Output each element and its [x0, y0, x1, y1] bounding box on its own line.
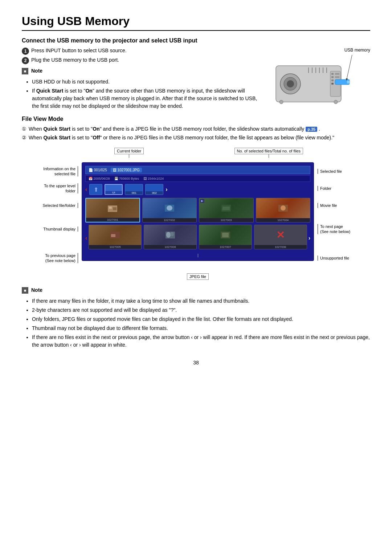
unsupported-file-label: Unsupported file [318, 256, 349, 261]
projector-illustration [269, 48, 363, 111]
svg-point-34 [166, 232, 171, 238]
thumb-img-1027008: ✕ [254, 225, 307, 245]
thumb-label-1027005: 1027005 [89, 245, 141, 249]
thumb-1027001: 1027001 [85, 198, 140, 223]
svg-point-3 [287, 80, 294, 87]
thumbnail-row-2: 1027005 1027006 [89, 225, 307, 249]
note-bottom-5: If there are no files exist in the next … [32, 334, 370, 349]
right-labels-col: Selected file Folder Movie file To next … [314, 162, 370, 273]
note-top-item-2: If Quick Start is set to "On" and the so… [32, 87, 261, 110]
fv-item2-text: When Quick Start is set to "Off" or ther… [29, 135, 334, 140]
p35-badge: p.35 [306, 127, 317, 132]
next-arrow-folders[interactable]: › [166, 186, 167, 193]
thumb-img-1027001 [86, 199, 139, 218]
thumbnail-display-label: Thumbnail display [43, 227, 78, 232]
no-files-label: No. of selected files/Total no. of files [234, 148, 303, 154]
svg-rect-32 [111, 234, 115, 237]
diagram-inner: Information on theselected file To the u… [22, 162, 370, 273]
bold-on: On [85, 88, 92, 94]
screen-content: 📄 001/025 🖼 1027001.JPG 📅 2005/06/28 💾 7… [82, 162, 314, 261]
svg-rect-15 [335, 73, 339, 75]
page-title: Using USB Memory [22, 15, 370, 31]
svg-rect-24 [113, 207, 117, 210]
folder-001: 001 [125, 184, 143, 195]
usb-memory-label: USB memory [344, 48, 370, 53]
note-bottom-icon: ■ [22, 287, 28, 294]
folder-label: Folder [318, 186, 331, 191]
selected-file-label: Selected file [318, 169, 342, 174]
left-lbl-prevpage: To previous page(See note below) [22, 244, 78, 273]
svg-rect-37 [222, 233, 229, 237]
prev-arrow[interactable]: ‹ [85, 186, 87, 193]
top-left-content: 1 Press INPUT button to select USB sourc… [22, 48, 261, 112]
thumbnail-row-2-with-arrows: ‹ 1027005 [85, 225, 310, 252]
file-view-mode-title: File View Mode [22, 116, 370, 122]
file-view-item-2: ② When Quick Start is set to "Off" or th… [22, 135, 370, 140]
right-lbl-selected-file: Selected file [318, 162, 370, 180]
upper-folder-label: To the upper levelfolder [44, 183, 78, 194]
thumbnail-row-1: 1027001 1027002 ▶ [85, 198, 310, 223]
no-files-line [269, 154, 269, 158]
movie-file-label: Movie file [318, 203, 337, 208]
or-text-2: or [73, 342, 78, 348]
left-lbl-upper: To the upper levelfolder [22, 180, 78, 196]
svg-point-35 [170, 232, 174, 236]
svg-rect-23 [109, 207, 112, 209]
left-lbl-info: Information on theselected file [22, 162, 78, 180]
info-selected-label: Information on theselected file [43, 166, 78, 177]
svg-rect-12 [331, 76, 334, 78]
current-folder-callout: Current folder [114, 148, 144, 158]
step1-num: 1 [22, 48, 29, 55]
thumb-1027007: 1027007 [199, 225, 252, 249]
thumb-label-1027001: 1027001 [86, 218, 139, 222]
jpeg-line [198, 254, 198, 257]
right-lbl-movie: Movie file [318, 196, 370, 215]
selected-file-info-bar: 📄 001/025 🖼 1027001.JPG [85, 166, 310, 174]
file-info-details: 📅 2005/06/28 💾 793600 Bytes 🖼 1544x1024 [85, 175, 310, 182]
or-text-1: or [194, 334, 199, 340]
svg-line-19 [347, 55, 352, 79]
note-bottom-4: Thumbnail may not be displayed due to di… [32, 325, 370, 332]
thumb-img-1027005 [89, 225, 141, 245]
fv-item1-text: When Quick Start is set to "On" and ther… [29, 126, 320, 132]
note-bottom-header: ■ Note [22, 287, 370, 294]
svg-point-21 [334, 100, 338, 104]
note-top-item-1: USB HDD or hub is not supported. [32, 78, 261, 86]
file-date: 📅 2005/06/28 [89, 177, 110, 180]
diagram: Current folder No. of selected files/Tot… [22, 148, 370, 280]
note-top: ■ Note [22, 68, 261, 74]
folder-ui: UI [105, 184, 123, 195]
projector-area: USB memory [269, 48, 370, 112]
file-view-item-1: ① When Quick Start is set to "On" and th… [22, 126, 370, 132]
folder-002-label: 002 [146, 191, 163, 195]
folder-001-label: 001 [125, 191, 143, 195]
bottom-label-area [85, 254, 310, 257]
fv-item2-num: ② [22, 135, 26, 140]
prev-page-arrow[interactable]: ‹ [85, 235, 87, 241]
thumb-img-1027006 [144, 225, 196, 245]
back-folder-icon: ⬆ [89, 184, 102, 195]
step2-text: Plug the USB memory to the USB port. [31, 57, 119, 63]
note-bottom-section: ■ Note If there are many files in the fo… [22, 287, 370, 349]
thumb-img-1027004 [256, 198, 310, 218]
thumb-label-1027003: 1027003 [199, 218, 253, 222]
thumb-img-1027003 [199, 198, 253, 218]
next-page-label: To next page(See note below) [318, 224, 350, 234]
thumb-img-1027007 [199, 225, 252, 245]
right-lbl-folder: Folder [318, 180, 370, 196]
thumb-1027005: 1027005 [89, 225, 142, 249]
bold-quickstart: Quick Start [36, 88, 64, 94]
note-bottom-3: Only folders, JPEG files or supported mo… [32, 315, 370, 323]
notes-bottom-list: If there are many files in the folder, i… [32, 297, 370, 349]
thumb-img-1027002 [143, 198, 197, 218]
thumb-label-1027004: 1027004 [256, 218, 310, 222]
step-2: 2 Plug the USB memory to the USB port. [22, 57, 261, 64]
jpeg-bottom-label: JPEG file [82, 273, 314, 280]
next-page-arrow[interactable]: › [309, 235, 310, 241]
note-bottom-label: Note [31, 287, 42, 293]
note-icon: ■ [22, 68, 28, 74]
top-section: 1 Press INPUT button to select USB sourc… [22, 48, 370, 112]
right-lbl-nextpage: To next page(See note below) [318, 215, 370, 244]
file-size: 💾 793600 Bytes [114, 177, 139, 180]
thumb-label-1027006: 1027006 [144, 245, 196, 249]
